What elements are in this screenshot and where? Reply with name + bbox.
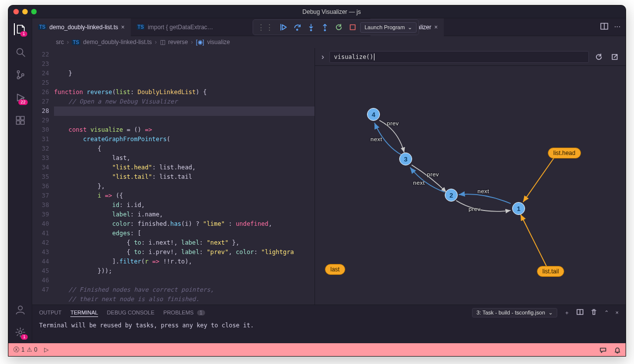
step-out-button[interactable] — [318, 21, 331, 34]
error-icon: ⓧ — [13, 346, 19, 354]
continue-button[interactable] — [277, 21, 290, 34]
terminal-line: Terminal will be reused by tasks, press … — [39, 322, 254, 329]
chevron-down-icon: ⌄ — [548, 310, 553, 316]
panel-tab-debug-console[interactable]: DEBUG CONSOLE — [107, 309, 155, 316]
expression-value: visualize() — [334, 53, 373, 60]
ts-file-icon: TS — [38, 24, 47, 30]
explorer-badge: 1 — [20, 31, 27, 37]
tab-file2[interactable]: TS import { getDataExtrac… — [131, 18, 219, 36]
edge-label-next: next — [370, 136, 382, 142]
svg-rect-8 — [16, 121, 20, 124]
refresh-icon[interactable] — [593, 51, 605, 63]
problems-count: 1 — [197, 310, 205, 315]
kill-terminal-icon[interactable] — [590, 309, 597, 316]
minimize-window-button[interactable] — [22, 9, 28, 14]
status-feedback-icon[interactable] — [599, 346, 607, 354]
panel-tab-output[interactable]: OUTPUT — [39, 309, 61, 316]
extensions-icon[interactable] — [14, 114, 26, 126]
pointer-list-tail[interactable]: list.tail — [537, 266, 564, 277]
settings-badge: 1 — [21, 334, 27, 340]
terminal-selector[interactable]: 3: Task - build - tsconfig.json ⌄ — [472, 308, 557, 317]
accounts-icon[interactable] — [14, 304, 26, 315]
symbol-icon: [◉] — [196, 39, 205, 46]
edge-label-next: next — [413, 180, 425, 186]
breadcrumb-file[interactable]: demo_doubly-linked-list.ts — [83, 39, 152, 46]
split-editor-icon[interactable] — [600, 22, 608, 32]
tab-file1[interactable]: TS demo_doubly-linked-list.ts × — [32, 18, 131, 36]
chevron-down-icon: ⌄ — [408, 24, 412, 31]
svg-point-13 — [311, 30, 312, 31]
svg-rect-7 — [21, 116, 24, 120]
svg-point-12 — [297, 29, 298, 31]
pointer-last[interactable]: last — [325, 264, 345, 275]
expand-chevron-icon[interactable]: › — [320, 52, 325, 61]
edge-label-prev: prev — [469, 206, 480, 212]
graph-node-2[interactable]: 2 — [445, 189, 458, 202]
breadcrumb-sym[interactable]: visualize — [207, 39, 230, 46]
svg-rect-9 — [21, 121, 24, 124]
debug-visualizer-panel: › visualize() — [315, 48, 626, 305]
status-run-icon[interactable]: ▷ — [44, 346, 49, 353]
status-errors[interactable]: ⓧ 1 ⚠ 0 — [13, 346, 37, 354]
edge-label-prev: prev — [427, 171, 439, 177]
edge-label-prev: prev — [387, 120, 399, 126]
source-control-icon[interactable] — [14, 69, 26, 81]
graph-node-4[interactable]: 4 — [367, 108, 380, 121]
explorer-icon[interactable]: 1 — [14, 23, 26, 35]
code-editor[interactable]: 2223242526272829303132333435363738394041… — [32, 48, 315, 305]
activity-bar: 1 22 1 — [8, 18, 32, 343]
close-icon[interactable]: × — [121, 24, 125, 31]
stop-button[interactable] — [346, 21, 359, 34]
step-into-button[interactable] — [305, 21, 317, 34]
settings-gear-icon[interactable]: 1 — [14, 326, 26, 338]
close-icon[interactable]: × — [434, 24, 438, 31]
tab-file1-label: demo_doubly-linked-list.ts — [50, 24, 118, 31]
chevron-up-icon[interactable]: ⌃ — [604, 310, 609, 316]
cube-icon: ◫ — [160, 39, 165, 46]
drag-handle-icon[interactable]: ⋮⋮ — [255, 23, 276, 32]
expression-input[interactable]: visualize() — [329, 51, 589, 63]
run-debug-icon[interactable]: 22 — [14, 92, 26, 104]
panel-tab-terminal[interactable]: TERMINAL — [70, 309, 98, 317]
svg-rect-15 — [350, 25, 355, 30]
step-over-button[interactable] — [291, 21, 304, 34]
close-panel-icon[interactable]: × — [616, 310, 619, 315]
launch-config-label: Launch Program — [365, 24, 405, 30]
panel-tab-problems[interactable]: PROBLEMS 1 — [163, 309, 205, 316]
restart-button[interactable] — [332, 21, 345, 34]
split-terminal-icon[interactable] — [577, 309, 583, 316]
panel-tabs: OUTPUT TERMINAL DEBUG CONSOLE PROBLEMS 1… — [32, 305, 626, 320]
close-window-button[interactable] — [13, 9, 19, 14]
breadcrumb-fn[interactable]: reverse — [168, 39, 188, 46]
new-terminal-icon[interactable]: ＋ — [564, 309, 570, 316]
bottom-panel: OUTPUT TERMINAL DEBUG CONSOLE PROBLEMS 1… — [32, 305, 626, 343]
svg-point-0 — [17, 49, 23, 54]
search-icon[interactable] — [14, 46, 26, 58]
launch-config-selector[interactable]: Launch Program ⌄ — [360, 22, 417, 33]
svg-line-1 — [22, 54, 25, 56]
graph-node-1[interactable]: 1 — [512, 202, 525, 215]
svg-point-11 — [19, 331, 22, 334]
svg-rect-6 — [16, 116, 20, 120]
code-content[interactable]: } function reverse(list: DoublyLinkedLis… — [54, 48, 315, 305]
svg-point-14 — [324, 30, 326, 31]
debug-toolbar[interactable]: ⋮⋮ — [253, 19, 419, 35]
status-bar: ⓧ 1 ⚠ 0 ▷ — [8, 343, 626, 356]
ts-file-icon: TS — [72, 40, 80, 45]
terminal-output[interactable]: Terminal will be reused by tasks, press … — [32, 320, 626, 343]
graph-canvas[interactable]: 4 3 2 1 prev next prev next next prev la… — [315, 66, 626, 305]
status-bell-icon[interactable] — [614, 346, 621, 354]
breadcrumb-src[interactable]: src — [56, 39, 64, 46]
breadcrumb[interactable]: src › TS demo_doubly-linked-list.ts › ◫ … — [32, 36, 626, 48]
more-actions-icon[interactable]: ··· — [614, 22, 621, 32]
chevron-right-icon: › — [155, 39, 157, 46]
text-caret — [374, 53, 374, 60]
window-controls — [13, 9, 37, 14]
popout-icon[interactable] — [609, 51, 621, 63]
line-number-gutter: 2223242526272829303132333435363738394041… — [32, 48, 54, 305]
zoom-window-button[interactable] — [31, 9, 37, 14]
pointer-list-head[interactable]: list.head — [548, 148, 581, 158]
tab-file2-label: import { getDataExtrac… — [148, 24, 213, 31]
chevron-right-icon: › — [67, 39, 69, 46]
graph-node-3[interactable]: 3 — [399, 153, 412, 165]
